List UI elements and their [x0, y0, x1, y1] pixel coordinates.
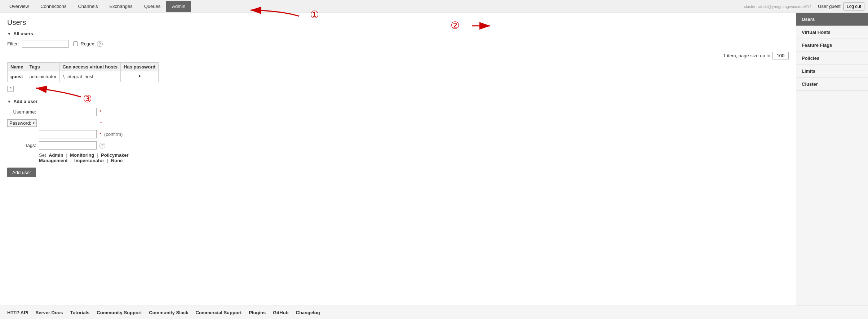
- filter-input[interactable]: [22, 40, 69, 48]
- sidebar-item-cluster[interactable]: Cluster: [796, 78, 868, 91]
- tags-row: Tags: ?: [7, 141, 789, 150]
- tab-admin[interactable]: Admin: [166, 1, 191, 12]
- password-confirm-row: * (confirm): [7, 130, 789, 138]
- col-virtual-hosts: Can access virtual hosts: [59, 63, 120, 71]
- main-layout: Users ▼ All users Filter: Regex ? 1 it: [0, 13, 868, 306]
- tag-sep-3: |: [70, 158, 71, 163]
- nav-tabs: Overview Connections Channels Exchanges …: [4, 1, 744, 12]
- add-user-header: ▼ Add a user: [7, 99, 789, 104]
- tag-impersonator-link[interactable]: Impersonator: [74, 158, 104, 163]
- page-title: Users: [7, 18, 789, 27]
- add-user-label: Add a user: [13, 99, 37, 104]
- all-users-label: All users: [13, 31, 33, 36]
- user-label: User guest: [818, 4, 841, 9]
- footer-server-docs[interactable]: Server Docs: [36, 310, 63, 315]
- add-user-toggle-icon[interactable]: ▼: [7, 99, 11, 104]
- sidebar-item-users[interactable]: Users: [796, 13, 868, 26]
- tags-input[interactable]: [39, 141, 97, 150]
- footer-community-slack[interactable]: Community Slack: [149, 310, 188, 315]
- sidebar-item-limits[interactable]: Limits: [796, 65, 868, 78]
- tag-none-link[interactable]: None: [111, 158, 123, 163]
- footer-commercial-support[interactable]: Commercial Support: [195, 310, 242, 315]
- pagination-row: 1 item, page size up to: [7, 52, 789, 59]
- top-nav-right: cluster: rabbit@yangmingwuasduo#14 User …: [744, 3, 864, 10]
- tab-overview[interactable]: Overview: [4, 1, 35, 12]
- page-wrapper: Overview Connections Channels Exchanges …: [0, 0, 868, 319]
- username-label: Username:: [7, 109, 36, 115]
- regex-checkbox[interactable]: [73, 41, 78, 46]
- logout-button[interactable]: Log out: [843, 3, 864, 10]
- footer-tutorials[interactable]: Tutorials: [70, 310, 89, 315]
- footer-community-support[interactable]: Community Support: [97, 310, 142, 315]
- password-dropdown[interactable]: Password: ▾: [7, 119, 37, 127]
- sidebar-item-virtual-hosts[interactable]: Virtual Hosts: [796, 26, 868, 39]
- sidebar-item-policies[interactable]: Policies: [796, 52, 868, 65]
- tag-sep-1: |: [66, 152, 67, 158]
- footer-plugins[interactable]: Plugins: [249, 310, 266, 315]
- tab-connections[interactable]: Connections: [35, 1, 72, 12]
- tag-monitoring-link[interactable]: Monitoring: [70, 152, 94, 158]
- footer: HTTP API Server Docs Tutorials Community…: [0, 306, 868, 319]
- all-users-header: ▼ All users: [7, 31, 789, 36]
- sidebar-item-feature-flags[interactable]: Feature Flags: [796, 39, 868, 52]
- footer-http-api[interactable]: HTTP API: [7, 310, 28, 315]
- regex-help-icon[interactable]: ?: [97, 41, 103, 47]
- content-area: Users ▼ All users Filter: Regex ? 1 it: [0, 13, 796, 306]
- password-confirm-input[interactable]: [39, 130, 97, 138]
- set-tags-row: Set Admin | Monitoring | Policymaker Man…: [39, 152, 789, 163]
- users-table: Name Tags Can access virtual hosts Has p…: [7, 62, 159, 82]
- all-users-section: ▼ All users Filter: Regex ? 1 item, page…: [7, 31, 789, 92]
- page-size-input[interactable]: [772, 52, 789, 59]
- sidebar: Users Virtual Hosts Feature Flags Polici…: [796, 13, 868, 306]
- password-dropdown-arrow-icon: ▾: [33, 121, 35, 125]
- user-name-link[interactable]: guest: [10, 74, 23, 79]
- set-label: Set: [39, 152, 46, 158]
- tags-label: Tags:: [7, 143, 36, 148]
- tags-help-icon[interactable]: ?: [99, 143, 105, 148]
- username-input[interactable]: [39, 108, 97, 116]
- footer-github[interactable]: GitHub: [273, 310, 288, 315]
- confirm-label: (confirm): [104, 132, 123, 137]
- tag-admin-link[interactable]: Admin: [49, 152, 63, 158]
- tag-sep-4: |: [107, 158, 108, 163]
- table-row: guest administrator /, integral_host •: [8, 71, 159, 82]
- confirm-required-star: *: [99, 132, 101, 137]
- col-name: Name: [8, 63, 26, 71]
- tab-queues[interactable]: Queues: [138, 1, 167, 12]
- col-tags: Tags: [26, 63, 59, 71]
- footer-changelog[interactable]: Changelog: [296, 310, 320, 315]
- add-user-button[interactable]: Add user: [7, 168, 36, 177]
- user-virtual-hosts: /, integral_host: [59, 71, 120, 82]
- section-toggle-icon[interactable]: ▼: [7, 32, 11, 36]
- pagination-text: 1 item, page size up to: [723, 53, 770, 58]
- user-has-password: •: [121, 71, 159, 82]
- password-required-star: *: [100, 120, 102, 126]
- tab-channels[interactable]: Channels: [72, 1, 103, 12]
- regex-label: Regex: [81, 41, 94, 46]
- col-has-password: Has password: [121, 63, 159, 71]
- tag-sep-2: |: [97, 152, 98, 158]
- cluster-info: cluster: rabbit@yangmingwuasduo#14: [744, 4, 811, 9]
- username-required-star: *: [99, 109, 101, 115]
- top-navigation: Overview Connections Channels Exchanges …: [0, 0, 868, 13]
- table-help-icon[interactable]: ?: [7, 86, 14, 92]
- add-user-section: ▼ Add a user Username: * Password: ▾: [7, 99, 789, 177]
- password-input[interactable]: [40, 119, 97, 127]
- filter-row: Filter: Regex ?: [7, 40, 789, 48]
- tag-management-link[interactable]: Management: [39, 158, 67, 163]
- username-row: Username: *: [7, 108, 789, 116]
- user-tags: administrator: [26, 71, 59, 82]
- tab-exchanges[interactable]: Exchanges: [103, 1, 138, 12]
- password-dropdown-label: Password:: [9, 120, 31, 126]
- filter-label: Filter:: [7, 41, 19, 46]
- password-row: Password: ▾ *: [7, 119, 789, 127]
- tag-policymaker-link[interactable]: Policymaker: [101, 152, 129, 158]
